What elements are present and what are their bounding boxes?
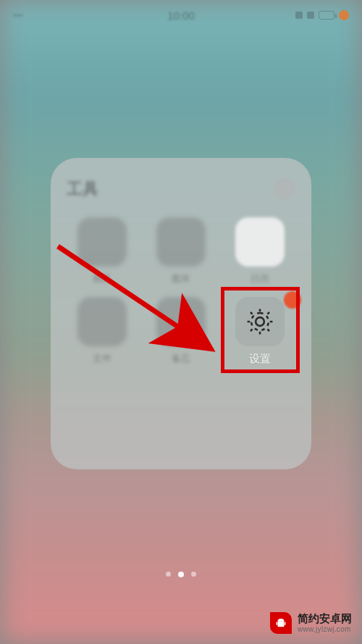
- folder-menu-button[interactable]: [274, 178, 295, 200]
- app-item[interactable]: 日历: [225, 217, 295, 284]
- svg-rect-4: [285, 622, 285, 626]
- svg-rect-2: [278, 622, 285, 627]
- app-item[interactable]: 文件: [67, 297, 137, 366]
- page-dot-active: [178, 572, 184, 577]
- files-icon: [77, 297, 127, 346]
- calendar-icon: [235, 217, 285, 267]
- folder-title: 工具: [67, 178, 98, 200]
- app-folder[interactable]: 工具 相机 图库 日历 文件 备忘: [51, 158, 311, 469]
- signal-icon: [295, 12, 303, 19]
- app-label: 日历: [251, 272, 269, 284]
- settings-label: 设置: [249, 352, 271, 366]
- status-right: [295, 10, 349, 20]
- svg-rect-3: [277, 622, 277, 626]
- watermark-url: www.jylzwj.com: [298, 625, 352, 633]
- status-bar: ••• 10:00: [0, 0, 362, 30]
- app-item[interactable]: 备忘: [146, 297, 216, 366]
- battery-icon: [319, 11, 334, 20]
- gallery-icon: [156, 217, 206, 267]
- notification-badge: [284, 291, 301, 309]
- folder-header: 工具: [67, 178, 295, 200]
- watermark-logo: [270, 612, 292, 634]
- watermark-name: 简约安卓网: [298, 613, 352, 625]
- app-label: 备忘: [172, 352, 190, 364]
- gear-icon: [235, 297, 285, 346]
- app-label: 相机: [93, 272, 111, 284]
- app-label: 文件: [93, 352, 111, 364]
- settings-app[interactable]: 设置: [225, 297, 295, 366]
- app-item[interactable]: 图库: [146, 217, 216, 284]
- app-item[interactable]: 相机: [67, 217, 137, 284]
- notes-icon: [156, 297, 206, 346]
- wifi-icon: [307, 12, 314, 19]
- svg-point-0: [256, 317, 264, 326]
- camera-icon: [77, 217, 127, 267]
- page-dot: [166, 572, 171, 577]
- profile-indicator: [339, 10, 349, 20]
- watermark: 简约安卓网 www.jylzwj.com: [270, 612, 352, 634]
- page-dot: [191, 572, 196, 577]
- status-left: •••: [13, 10, 23, 21]
- status-time: 10:00: [167, 9, 195, 22]
- folder-icon-grid: 相机 图库 日历 文件 备忘: [67, 217, 295, 366]
- page-indicator: [166, 572, 196, 577]
- app-label: 图库: [172, 272, 190, 284]
